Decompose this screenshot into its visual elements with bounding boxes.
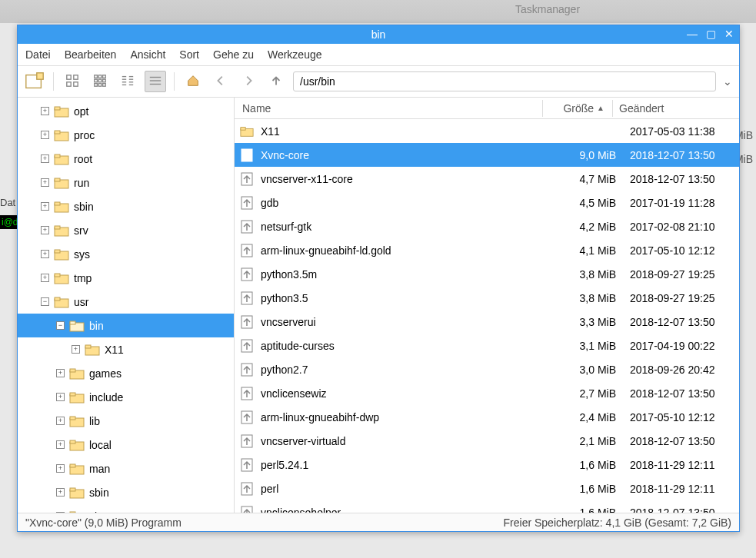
file-row[interactable]: netsurf-gtk4,2 MiB2017-02-08 21:10 (235, 214, 739, 238)
file-row[interactable]: perl5.24.11,6 MiB2018-11-29 12:11 (235, 453, 739, 477)
tree-item[interactable]: +X11 (18, 337, 234, 361)
file-row[interactable]: Xvnc-core9,0 MiB2018-12-07 13:50 (235, 143, 739, 167)
file-row[interactable]: vnclicensehelper1,6 MiB2018-12-07 13:50 (235, 500, 739, 513)
tree-item[interactable]: +sbin (18, 480, 234, 504)
view-small-icons-button[interactable] (89, 71, 111, 92)
expand-icon[interactable]: + (56, 464, 65, 473)
file-row[interactable]: aptitude-curses3,1 MiB2017-04-19 00:22 (235, 334, 739, 357)
file-name-cell: netsurf-gtk (235, 219, 555, 234)
home-button[interactable] (182, 71, 204, 92)
file-size: 4,5 MiB (555, 197, 624, 209)
executable-icon (239, 243, 255, 258)
executable-icon (239, 457, 255, 473)
up-button[interactable] (265, 71, 287, 92)
file-name: python3.5 (261, 292, 308, 304)
menu-edit[interactable]: Bearbeiten (65, 48, 117, 61)
tree-item[interactable]: +proc (18, 123, 234, 147)
file-row[interactable]: X112017-05-03 11:38 (235, 119, 739, 143)
expand-icon[interactable]: + (41, 250, 49, 258)
expand-icon[interactable]: + (72, 345, 80, 354)
file-name: perl (261, 483, 278, 495)
file-row[interactable]: python2.73,0 MiB2018-09-26 20:42 (235, 357, 739, 381)
tree-item[interactable]: −usr (18, 290, 234, 314)
file-row[interactable]: perl1,6 MiB2018-11-29 12:11 (235, 477, 739, 500)
tree-item[interactable]: +srv (18, 218, 234, 242)
expand-icon[interactable]: + (41, 274, 49, 282)
tree-item[interactable]: +tmp (18, 266, 234, 290)
file-row[interactable]: gdb4,5 MiB2017-01-19 11:28 (235, 191, 739, 214)
maximize-button[interactable]: ▢ (704, 27, 718, 41)
expand-icon[interactable]: + (41, 178, 49, 187)
executable-icon (239, 314, 255, 330)
tree-item[interactable]: +sys (18, 242, 234, 266)
svg-rect-7 (98, 75, 102, 78)
file-modified: 2018-09-26 20:42 (624, 364, 739, 376)
tree-item[interactable]: +share (18, 504, 234, 513)
tree-item[interactable]: +man (18, 457, 234, 480)
file-row[interactable]: vncserver-x11-core4,7 MiB2018-12-07 13:5… (235, 167, 739, 191)
tree-item[interactable]: +include (18, 385, 234, 409)
file-row[interactable]: arm-linux-gnueabihf-dwp2,4 MiB2017-05-10… (235, 405, 739, 429)
tree-panel[interactable]: +opt+proc+root+run+sbin+srv+sys+tmp−usr−… (18, 98, 235, 513)
forward-button[interactable] (238, 71, 259, 92)
tree-item[interactable]: +run (18, 171, 234, 194)
collapse-icon[interactable]: − (41, 297, 49, 306)
tree-item[interactable]: −bin (18, 314, 234, 337)
file-name-cell: python2.7 (235, 362, 555, 377)
menu-tools[interactable]: Werkzeuge (268, 48, 322, 61)
expand-icon[interactable]: + (41, 226, 49, 234)
column-headers: Name Größe ▲ Geändert (235, 98, 739, 119)
svg-rect-61 (70, 512, 75, 513)
view-details-button[interactable] (145, 71, 166, 92)
file-row[interactable]: python3.53,8 MiB2018-09-27 19:25 (235, 286, 739, 310)
expand-icon[interactable]: + (56, 440, 65, 449)
tree-item[interactable]: +root (18, 147, 234, 171)
path-dropdown-button[interactable]: ⌄ (722, 75, 733, 88)
tree-item-label: run (74, 177, 89, 189)
back-button[interactable] (210, 71, 231, 92)
file-modified: 2018-12-07 13:50 (624, 387, 739, 400)
column-modified[interactable]: Geändert (613, 102, 728, 115)
tree-item[interactable]: +sbin (18, 194, 234, 218)
tree-item[interactable]: +local (18, 433, 234, 457)
expand-icon[interactable]: + (56, 369, 65, 377)
file-row[interactable]: vncserver-virtuald2,1 MiB2018-12-07 13:5… (235, 429, 739, 453)
expand-icon[interactable]: + (41, 202, 49, 211)
collapse-icon[interactable]: − (56, 321, 65, 330)
new-tab-button[interactable] (24, 71, 45, 92)
view-compact-button[interactable] (117, 71, 138, 92)
expand-icon[interactable]: + (41, 107, 49, 115)
menu-view[interactable]: Ansicht (130, 48, 165, 61)
tree-item-label: sbin (89, 487, 109, 499)
file-row[interactable]: arm-linux-gnueabihf-ld.gold4,1 MiB2017-0… (235, 238, 739, 262)
file-list[interactable]: X112017-05-03 11:38Xvnc-core9,0 MiB2018-… (235, 119, 739, 513)
file-row[interactable]: vnclicensewiz2,7 MiB2018-12-07 13:50 (235, 381, 739, 405)
file-row[interactable]: vncserverui3,3 MiB2018-12-07 13:50 (235, 310, 739, 334)
tree-item[interactable]: +games (18, 361, 234, 385)
expand-icon[interactable]: + (56, 488, 65, 497)
file-name: vnclicensehelper (261, 507, 341, 513)
file-name: gdb (261, 197, 278, 209)
menu-sort[interactable]: Sort (179, 48, 199, 61)
expand-icon[interactable]: + (56, 417, 65, 425)
minimize-button[interactable]: — (685, 27, 699, 41)
expand-icon[interactable]: + (41, 131, 49, 139)
menu-go[interactable]: Gehe zu (213, 48, 254, 61)
background-app-label: Taskmanager (515, 3, 580, 15)
view-icons-button[interactable] (62, 71, 83, 92)
folder-tree: +opt+proc+root+run+sbin+srv+sys+tmp−usr−… (18, 98, 234, 513)
file-name-cell: gdb (235, 195, 555, 211)
column-name[interactable]: Name (235, 102, 542, 115)
titlebar[interactable]: bin — ▢ ✕ (18, 25, 739, 44)
tree-item[interactable]: +opt (18, 99, 234, 123)
expand-icon[interactable]: + (56, 393, 65, 401)
expand-icon[interactable]: + (41, 154, 49, 163)
tree-item[interactable]: +lib (18, 409, 234, 433)
column-size[interactable]: Größe ▲ (543, 102, 612, 115)
file-name: python3.5m (261, 268, 317, 281)
path-input[interactable] (293, 71, 716, 91)
expand-icon[interactable]: + (56, 512, 65, 513)
menu-file[interactable]: Datei (25, 48, 51, 61)
file-row[interactable]: python3.5m3,8 MiB2018-09-27 19:25 (235, 262, 739, 286)
close-button[interactable]: ✕ (722, 27, 736, 41)
